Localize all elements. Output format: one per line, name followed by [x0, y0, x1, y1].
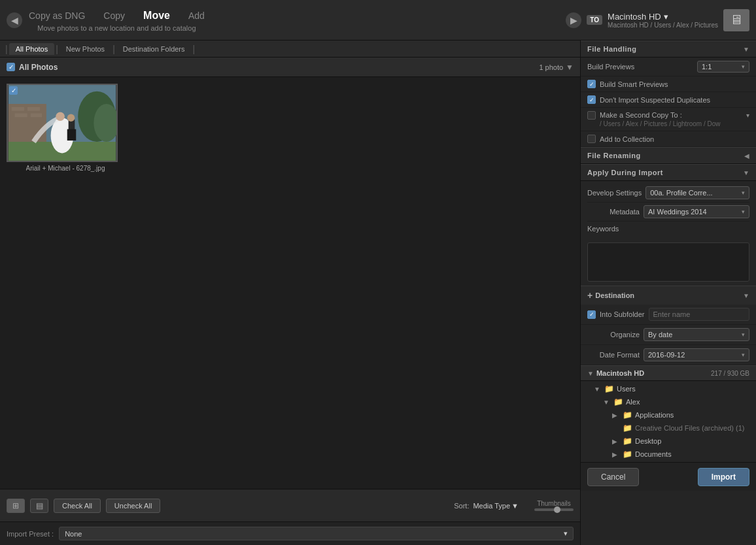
metadata-label: Metadata — [587, 208, 640, 216]
file-handling-header[interactable]: File Handling ▼ — [581, 41, 756, 58]
destination-title: Destination — [595, 291, 634, 299]
folder-applications[interactable]: ▶ 📁 Applications — [581, 408, 756, 421]
build-previews-dropdown[interactable]: 1:1 ▾ — [697, 61, 749, 73]
date-format-arrow: ▾ — [742, 352, 745, 358]
organize-arrow: ▾ — [742, 331, 745, 338]
photo-thumbnail — [7, 84, 118, 162]
import-preset-selector[interactable]: None ▾ — [59, 527, 574, 540]
tab-bar: | All Photos | New Photos | Destination … — [0, 41, 580, 58]
date-format-row: Date Format 2016-09-12 ▾ — [581, 345, 756, 365]
apply-during-import-header[interactable]: Apply During Import ▼ — [581, 164, 756, 181]
folder-users[interactable]: ▼ 📁 Users — [581, 382, 756, 395]
add-collection-label: Add to Collection — [600, 135, 654, 143]
make-copy-content: Make a Second Copy To : ▾ / Users / Alex… — [600, 111, 749, 127]
svg-rect-2 — [12, 107, 24, 111]
photo-filename: Ariail + Michael - 6278_.jpg — [26, 165, 105, 172]
make-copy-arrow: ▾ — [746, 112, 749, 119]
make-copy-row: Make a Second Copy To : ▾ / Users / Alex… — [581, 108, 756, 131]
tab-all-photos[interactable]: All Photos — [9, 43, 55, 55]
thumbnails-slider[interactable] — [534, 508, 574, 511]
into-subfolder-row: ✓ Into Subfolder — [581, 305, 756, 325]
destination-section: + Destination ▼ ✓ Into Subfolder Organiz… — [581, 286, 756, 462]
folder-desktop[interactable]: ▶ 📁 Desktop — [581, 435, 756, 448]
destination-selector[interactable]: Macintosh HD ▾ Macintosh HD / Users / Al… — [608, 12, 718, 29]
back-arrow[interactable]: ◀ — [7, 12, 22, 28]
photos-header: ✓ All Photos 1 photo ▼ — [0, 58, 580, 77]
mode-copy[interactable]: Copy — [101, 8, 128, 23]
file-renaming-header[interactable]: File Renaming ◀ — [581, 147, 756, 164]
photos-sort-arrow[interactable]: ▼ — [566, 63, 574, 72]
organize-dropdown[interactable]: By date ▾ — [644, 328, 749, 341]
metadata-value: AI Weddings 2014 — [648, 208, 707, 216]
uncheck-all-button[interactable]: Uncheck All — [106, 499, 160, 513]
add-collection-checkbox[interactable] — [587, 135, 596, 143]
forward-arrow[interactable]: ▶ — [566, 12, 581, 28]
import-preset-bar: Import Preset : None ▾ — [0, 521, 580, 545]
import-modes: Copy as DNG Copy Move Add Move photos to… — [26, 8, 207, 32]
sort-label: Sort: — [454, 502, 469, 510]
add-collection-row: Add to Collection — [581, 131, 756, 147]
list-item[interactable]: ✓ — [7, 84, 124, 172]
action-bar: Cancel Import — [581, 462, 756, 491]
date-format-dropdown[interactable]: 2016-09-12 ▾ — [644, 348, 749, 361]
cancel-button[interactable]: Cancel — [587, 468, 639, 486]
destination-header: + Destination ▼ — [581, 286, 756, 305]
sort-dropdown-arrow: ▼ — [511, 502, 519, 510]
folder-documents[interactable]: ▶ 📁 Documents — [581, 448, 756, 461]
documents-folder-label: Documents — [635, 450, 672, 458]
destination-plus-button[interactable]: + — [587, 290, 593, 301]
top-bar-left: ◀ Copy as DNG Copy Move Add Move photos … — [7, 8, 207, 32]
disk-name: Macintosh HD — [596, 369, 644, 377]
dest-main: Macintosh HD ▾ — [608, 12, 668, 22]
alex-folder-icon: 📁 — [613, 397, 623, 406]
grid-view-button[interactable]: ⊞ — [7, 499, 25, 513]
file-handling-title: File Handling — [587, 45, 637, 53]
tab-new-photos[interactable]: New Photos — [60, 43, 111, 55]
destination-collapse-arrow[interactable]: ▼ — [743, 292, 749, 299]
mode-copy-as-dng[interactable]: Copy as DNG — [26, 8, 88, 23]
slider-thumb — [554, 506, 560, 513]
folder-alex[interactable]: ▼ 📁 Alex — [581, 395, 756, 408]
svg-rect-3 — [27, 107, 40, 111]
thumbnails-section: Thumbnails — [534, 500, 574, 511]
file-handling-arrow: ▼ — [743, 46, 749, 53]
top-bar: ◀ Copy as DNG Copy Move Add Move photos … — [0, 0, 756, 41]
metadata-arrow: ▾ — [742, 208, 745, 215]
dont-import-duplicates-label: Don't Import Suspected Duplicates — [600, 96, 710, 104]
select-all-checkbox[interactable]: ✓ — [7, 63, 15, 71]
main-content: | All Photos | New Photos | Destination … — [0, 41, 756, 545]
sort-value[interactable]: Media Type ▼ — [473, 502, 519, 510]
into-subfolder-checkbox[interactable]: ✓ — [587, 310, 596, 319]
import-modes-row: Copy as DNG Copy Move Add — [26, 8, 207, 23]
date-format-label: Date Format — [587, 351, 640, 359]
disk-header[interactable]: ▼ Macintosh HD 217 / 930 GB — [581, 365, 756, 381]
subfolder-input[interactable] — [649, 308, 750, 321]
import-button[interactable]: Import — [698, 468, 749, 486]
destination-header-left: + Destination — [587, 290, 634, 301]
keywords-area[interactable] — [587, 242, 749, 282]
creative-cloud-folder-icon: 📁 — [623, 423, 632, 433]
check-all-button[interactable]: Check All — [54, 499, 101, 513]
make-copy-checkbox[interactable] — [587, 111, 596, 120]
disk-info: ▼ Macintosh HD — [587, 369, 644, 377]
documents-folder-icon: 📁 — [623, 450, 632, 459]
tab-sep-2: | — [112, 44, 115, 54]
wedding-photo-svg — [8, 85, 116, 161]
users-folder-icon: 📁 — [604, 384, 614, 393]
photo-checkbox[interactable]: ✓ — [9, 86, 18, 95]
list-view-button[interactable]: ▤ — [30, 499, 48, 513]
metadata-dropdown[interactable]: AI Weddings 2014 ▾ — [644, 205, 749, 218]
dont-import-duplicates-checkbox[interactable]: ✓ — [587, 95, 596, 104]
disk-space: 217 / 930 GB — [711, 370, 749, 377]
destination-path: Macintosh HD / Users / Alex / Pictures — [608, 22, 718, 29]
alex-expand-arrow: ▼ — [603, 399, 611, 406]
mode-move[interactable]: Move — [141, 8, 173, 23]
mode-add[interactable]: Add — [186, 8, 207, 23]
thumbnails-label: Thumbnails — [537, 500, 571, 507]
keywords-label: Keywords — [587, 225, 619, 233]
develop-settings-label: Develop Settings — [587, 189, 642, 197]
develop-settings-dropdown[interactable]: 00a. Profile Corre... ▾ — [645, 186, 749, 199]
build-smart-previews-checkbox[interactable]: ✓ — [587, 80, 596, 88]
folder-creative-cloud[interactable]: ▶ 📁 Creative Cloud Files (archived) (1) — [581, 421, 756, 435]
tab-destination-folders[interactable]: Destination Folders — [116, 43, 192, 55]
